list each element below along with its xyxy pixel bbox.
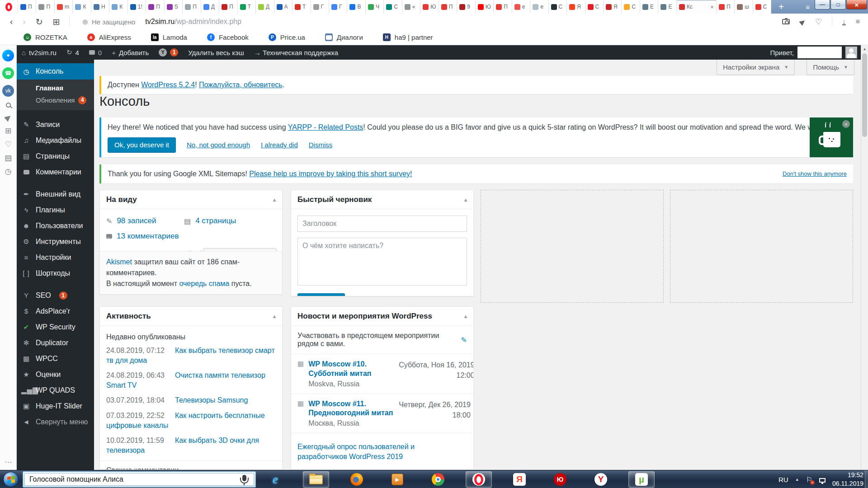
more-options-icon[interactable]: ⋯	[0, 458, 17, 466]
window-maximize-button[interactable]: □	[830, 0, 846, 9]
browser-tab[interactable]: П	[494, 0, 512, 14]
taskbar-app-yandex-browser[interactable]: Y	[588, 471, 614, 488]
sidebar-item-adsplace-r[interactable]: $AdsPlace'r	[17, 303, 94, 319]
browser-tab[interactable]: 1!	[128, 0, 146, 14]
browser-tab[interactable]: П	[18, 0, 36, 14]
scrollbar-thumb[interactable]	[862, 53, 867, 137]
browser-tab[interactable]: С	[622, 0, 640, 14]
bookmark-item[interactable]: ☺ROZETKA	[24, 33, 67, 41]
collapse-toggle-icon[interactable]: ▴	[273, 313, 276, 319]
draft-content-textarea[interactable]	[297, 238, 467, 286]
taskbar-app-media-player[interactable]: ▶	[384, 471, 410, 488]
admin-bar-seo[interactable]: Y 1	[154, 45, 183, 60]
taskbar-app-utorrent[interactable]: µ	[628, 471, 655, 488]
browser-tab[interactable]: П	[439, 0, 457, 14]
share-send-icon[interactable]: ▶	[798, 17, 807, 26]
browser-tab[interactable]: ш	[735, 0, 753, 14]
browser-scrollbar[interactable]: ▲	[861, 45, 868, 470]
browser-tab[interactable]: С	[585, 0, 604, 14]
browser-tab[interactable]: П	[146, 0, 164, 14]
admin-bar-new[interactable]: + Добавить	[107, 45, 154, 60]
sidebar-item-шорткоды[interactable]: [ ]Шорткоды	[17, 265, 94, 281]
sidebar-item-wpcc[interactable]: ▦WPCC	[17, 351, 94, 366]
sidebar-item-внешний-вид[interactable]: ✒Внешний вид	[17, 186, 94, 202]
widget-header[interactable]: На виду ▴	[100, 190, 282, 209]
action-center-flag-icon[interactable]: ⚐×	[806, 475, 812, 484]
sidebar-item-duplicator[interactable]: ✻Duplicator	[17, 335, 94, 351]
back-icon[interactable]: ‹	[10, 17, 13, 27]
sidebar-item-оценки[interactable]: ★Оценки	[17, 366, 94, 382]
opera-menu-button[interactable]	[0, 0, 18, 14]
help-button[interactable]: Помощь ▼	[807, 60, 854, 75]
sidebar-item-страницы[interactable]: ▤Страницы	[17, 148, 94, 164]
search-input[interactable]: Голосовой помощник Алиса	[29, 475, 123, 483]
network-icon[interactable]	[819, 478, 826, 483]
browser-tab[interactable]: Г	[311, 0, 329, 14]
browser-tab[interactable]: е	[530, 0, 548, 14]
sidebar-item-консоль[interactable]: ◷Консоль	[17, 63, 94, 80]
widget-header[interactable]: Активность ▴	[100, 307, 282, 326]
browser-tab[interactable]: С	[549, 0, 567, 14]
sidebar-item-wp-security[interactable]: ✔WP Security	[17, 319, 94, 335]
browser-tab[interactable]: К	[109, 0, 127, 14]
wordpress-version-link[interactable]: WordPress 5.2.4	[141, 81, 195, 89]
admin-bar-support[interactable]: → Техническая поддержка	[249, 45, 343, 60]
browser-tab[interactable]: «	[402, 0, 420, 14]
sidebar-item-инструменты[interactable]: ⚙Инструменты	[17, 234, 94, 249]
browser-tab[interactable]: Е	[640, 0, 658, 14]
news-icon[interactable]: ▤	[5, 154, 12, 162]
browser-tab[interactable]: Д	[256, 0, 274, 14]
browser-tab[interactable]: е	[512, 0, 530, 14]
pages-count-link[interactable]: ▤4 страницы	[184, 216, 276, 225]
sidebar-item-пользователи[interactable]: ☻Пользователи	[17, 218, 94, 234]
taskbar-app-firefox[interactable]	[344, 471, 370, 488]
browser-tab[interactable]: Т	[292, 0, 311, 14]
browser-tab[interactable]: Т	[238, 0, 256, 14]
submenu-item-главная[interactable]: Главная	[17, 82, 94, 94]
show-desktop-button[interactable]	[865, 470, 868, 488]
close-icon[interactable]: ×	[842, 120, 850, 128]
event-title-link[interactable]: WP Moscow #10. Субботний митап	[308, 360, 394, 379]
admin-bar-comments[interactable]: 0	[84, 45, 107, 60]
site-security-icon[interactable]: ⊕	[82, 18, 88, 26]
collapse-toggle-icon[interactable]: ▴	[464, 313, 467, 319]
browser-tab[interactable]: П	[219, 0, 237, 14]
language-indicator[interactable]: RU	[778, 476, 788, 483]
screen-options-button[interactable]: Настройки экрана ▼	[717, 60, 795, 75]
sidebar-item-комментарии[interactable]: Комментарии	[17, 164, 94, 180]
taskbar-app-chrome[interactable]	[425, 471, 451, 488]
reload-icon[interactable]: ↻	[36, 17, 43, 27]
browser-tab[interactable]: Я	[604, 0, 622, 14]
browser-tab[interactable]: П	[717, 0, 735, 14]
sidebar-item-huge-it-slider[interactable]: ▣Huge-IT Slider	[17, 398, 94, 414]
bookmark-item[interactable]: fFacebook	[207, 33, 249, 41]
browser-tab[interactable]: С	[753, 0, 771, 14]
taskbar-app-yu-app[interactable]: Ю	[547, 471, 573, 488]
bookmark-item[interactable]: Hha9 | partner	[383, 33, 433, 41]
spam-queue-link[interactable]: очередь спама	[179, 280, 229, 287]
dont-show-anymore-link[interactable]: Don't show this anymore	[783, 170, 847, 177]
downloads-icon[interactable]: ↓	[842, 19, 846, 25]
save-draft-button[interactable]: Сохранить	[297, 293, 345, 296]
browser-tab[interactable]: Ю	[420, 0, 439, 14]
taskbar-app-internet-explorer[interactable]: e	[262, 471, 288, 488]
url-host[interactable]: tv2sim.ru	[145, 18, 175, 26]
speed-dial-icon[interactable]: ⊞	[53, 17, 60, 27]
bookmark-heart-icon[interactable]: ♡	[815, 17, 822, 27]
bookmark-item[interactable]: PPrice.ua	[269, 33, 305, 41]
event-title-link[interactable]: WP Moscow #11. Предновогодний митап	[308, 399, 394, 418]
bookmark-item[interactable]: aAliExpress	[87, 33, 131, 41]
browser-tab[interactable]: К	[73, 0, 91, 14]
admin-bar-updates[interactable]: ↻ 4	[61, 45, 84, 60]
akismet-link[interactable]: Akismet	[106, 258, 132, 266]
speed-dial-icon[interactable]: ⊞	[5, 127, 11, 135]
yarpp-rate-button[interactable]: Ok, you deserve it	[108, 137, 176, 152]
sidebar-item-медиафайлы[interactable]: ♫Медиафайлы	[17, 132, 94, 148]
yarpp-plugin-link[interactable]: YARPP - Related Posts	[288, 123, 363, 131]
browser-tab[interactable]: Д	[201, 0, 219, 14]
browser-tab[interactable]: Е	[658, 0, 676, 14]
widget-header[interactable]: Быстрый черновик ▴	[291, 190, 473, 209]
bookmark-item[interactable]: Диалоги	[325, 33, 363, 41]
microphone-icon[interactable]	[242, 475, 246, 481]
sidebar-item-свернуть-меню[interactable]: ◄Свернуть меню	[17, 414, 94, 430]
